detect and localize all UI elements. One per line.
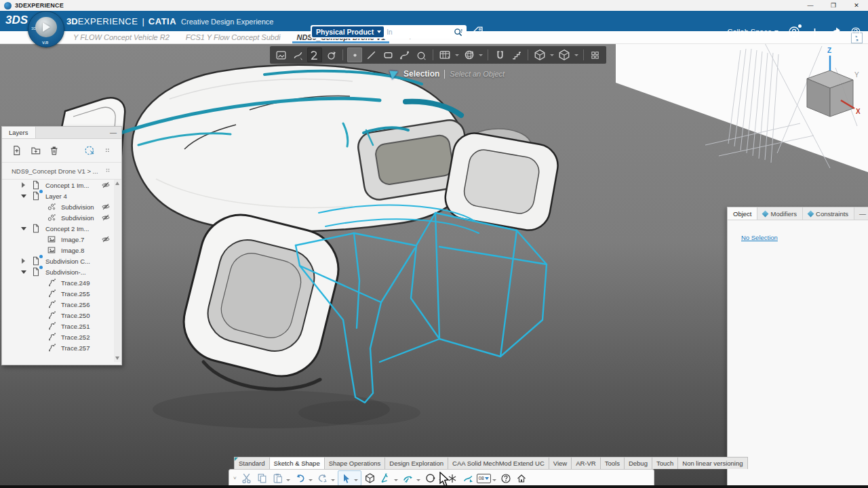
tree-row-concept2[interactable]: Concept 2 Im... bbox=[2, 223, 113, 234]
sketch-angle-button[interactable] bbox=[378, 471, 393, 485]
dropdown-caret-icon[interactable] bbox=[394, 479, 398, 481]
layers-minimize-button[interactable]: — bbox=[105, 129, 121, 136]
line-tool-icon[interactable] bbox=[364, 47, 379, 62]
doc-tab-y-flow[interactable]: Y FLOW Concept Vehicle R2 bbox=[65, 31, 178, 43]
tab-object[interactable]: Object bbox=[728, 207, 757, 220]
props-minimize-button[interactable]: — bbox=[854, 210, 868, 218]
ribbon-tab-design-exploration[interactable]: Design Exploration bbox=[385, 457, 448, 469]
tab-modifiers[interactable]: Modifiers bbox=[757, 207, 803, 220]
window-close-button[interactable]: ✕ bbox=[845, 0, 868, 11]
visibility-off-icon[interactable] bbox=[101, 180, 113, 190]
3dexperience-compass-button[interactable]: 3D V.R bbox=[28, 11, 64, 47]
dropdown-caret-icon[interactable] bbox=[331, 479, 335, 481]
scroll-up-icon[interactable] bbox=[115, 182, 119, 185]
dropdown-caret-icon[interactable] bbox=[455, 54, 459, 56]
tree-row-trace[interactable]: Trace.252 bbox=[2, 331, 113, 342]
tab-constraints[interactable]: Constraints bbox=[803, 207, 854, 220]
tree-row-layer4[interactable]: Layer 4 bbox=[2, 190, 113, 201]
tree-row-trace[interactable]: Trace.255 bbox=[2, 288, 113, 299]
tree-row-subdivision-c[interactable]: Subdivision C... bbox=[2, 256, 113, 266]
window-maximize-button[interactable]: ❐ bbox=[822, 0, 845, 11]
sphere-modify-icon[interactable] bbox=[462, 47, 477, 62]
canvas-grid-icon[interactable] bbox=[437, 47, 452, 62]
point-tool-icon[interactable] bbox=[347, 47, 362, 62]
ribbon-tab-standard[interactable]: Standard bbox=[234, 457, 270, 469]
dropdown-caret-icon[interactable] bbox=[574, 54, 578, 56]
redo-button[interactable] bbox=[315, 471, 330, 485]
sketch-curve-icon[interactable] bbox=[291, 47, 306, 62]
grid-options-icon[interactable] bbox=[587, 47, 602, 62]
tree-row-trace[interactable]: Trace.257 bbox=[2, 342, 113, 353]
steps-tool-icon[interactable] bbox=[509, 47, 524, 62]
ribbon-tab-sketch-shape[interactable]: Sketch & Shape bbox=[270, 457, 325, 469]
ribbon-tab-tools[interactable]: Tools bbox=[601, 457, 625, 469]
tree-row-subdivision-dash[interactable]: Subdivision-... bbox=[2, 266, 113, 277]
dropdown-caret-icon[interactable] bbox=[416, 479, 420, 481]
collapse-arrow-icon[interactable] bbox=[21, 193, 26, 199]
dropdown-caret-icon[interactable] bbox=[286, 479, 290, 481]
collapse-arrow-icon[interactable] bbox=[21, 269, 26, 274]
circle-tool-button[interactable] bbox=[423, 471, 437, 485]
ribbon-tab-debug[interactable]: Debug bbox=[625, 457, 652, 469]
spline-tool-icon[interactable] bbox=[397, 47, 412, 62]
copy-button[interactable] bbox=[255, 471, 269, 485]
scroll-down-icon[interactable] bbox=[115, 357, 119, 360]
window-minimize-button[interactable]: — bbox=[799, 0, 822, 11]
layers-scrollbar[interactable] bbox=[114, 180, 121, 362]
dropdown-caret-icon[interactable] bbox=[550, 54, 554, 56]
delete-layer-button[interactable] bbox=[49, 145, 60, 156]
help-button[interactable] bbox=[850, 26, 861, 37]
view-cube-button[interactable] bbox=[363, 471, 377, 485]
tree-row-image8[interactable]: Image.8 bbox=[2, 245, 113, 256]
ribbon-tab-nonlinear[interactable]: Non linear versioning bbox=[678, 457, 747, 469]
layers-panel-tab[interactable]: Layers bbox=[2, 127, 36, 138]
add-layer-button[interactable] bbox=[12, 145, 22, 156]
visibility-off-icon[interactable] bbox=[101, 202, 113, 211]
ribbon-tab-view[interactable]: View bbox=[549, 457, 572, 469]
no-selection-link[interactable]: No Selection bbox=[741, 234, 778, 241]
search-icon[interactable] bbox=[453, 27, 463, 37]
cube-subdivide-icon[interactable] bbox=[557, 47, 572, 62]
tree-row-trace[interactable]: Trace.249 bbox=[2, 277, 113, 288]
magnet-tool-icon[interactable] bbox=[492, 47, 507, 62]
curve-edit-icon[interactable] bbox=[307, 47, 322, 62]
ribbon-tab-ar-vr[interactable]: AR-VR bbox=[572, 457, 601, 469]
cube-primitive-icon[interactable] bbox=[532, 47, 547, 62]
visibility-off-icon[interactable] bbox=[101, 235, 113, 244]
collapse-arrow-icon[interactable] bbox=[21, 226, 26, 231]
insert-image-icon[interactable] bbox=[274, 47, 289, 62]
tree-row-image7[interactable]: Image.7 bbox=[2, 234, 113, 245]
ribbon-tab-shape-operations[interactable]: Shape Operations bbox=[325, 457, 386, 469]
doc-tab-fcs1[interactable]: FCS1 Y Flow Concept Subdi bbox=[178, 31, 289, 43]
cut-button[interactable] bbox=[239, 471, 254, 485]
tree-row-trace[interactable]: Trace.251 bbox=[2, 321, 113, 331]
search-input[interactable] bbox=[384, 28, 453, 36]
rectangle-tool-icon[interactable] bbox=[380, 47, 395, 62]
select-tool-button[interactable] bbox=[338, 470, 361, 485]
paste-button[interactable] bbox=[271, 471, 285, 485]
spline-pen-button[interactable] bbox=[461, 471, 475, 485]
expand-arrow-icon[interactable] bbox=[21, 182, 26, 188]
viewport-3d[interactable]: Z Y X bbox=[0, 43, 868, 485]
user-profile-button[interactable] bbox=[788, 26, 800, 38]
collapse-bar-chevron-icon[interactable]: ˅ bbox=[233, 475, 237, 481]
tree-row-concept1[interactable]: Concept 1 Im... bbox=[2, 180, 113, 190]
trim-extend-button[interactable] bbox=[401, 471, 415, 485]
tree-row-subdivision[interactable]: Subdivision bbox=[2, 212, 113, 223]
grip-icon[interactable] bbox=[103, 146, 112, 155]
tree-row-trace[interactable]: Trace.256 bbox=[2, 299, 113, 310]
search-scope-dropdown[interactable]: Physical Product bbox=[312, 26, 384, 37]
layers-breadcrumb[interactable]: NDS9_Concept Drone V1 > ... bbox=[12, 167, 98, 175]
version-button[interactable]: 08 bbox=[477, 471, 491, 485]
dropdown-caret-icon[interactable] bbox=[309, 479, 313, 481]
add-content-button[interactable] bbox=[810, 27, 820, 37]
share-button[interactable] bbox=[829, 26, 841, 38]
rotate-duplicate-icon[interactable] bbox=[324, 47, 339, 62]
help-tool-button[interactable] bbox=[499, 471, 513, 485]
dropdown-caret-icon[interactable] bbox=[354, 479, 358, 481]
circle-sketch-icon[interactable] bbox=[414, 47, 429, 62]
visibility-off-icon[interactable] bbox=[101, 213, 113, 222]
global-search[interactable]: Physical Product bbox=[311, 25, 467, 39]
tree-row-trace[interactable]: Trace.250 bbox=[2, 310, 113, 321]
tree-row-subdivision[interactable]: Subdivision bbox=[2, 201, 113, 212]
